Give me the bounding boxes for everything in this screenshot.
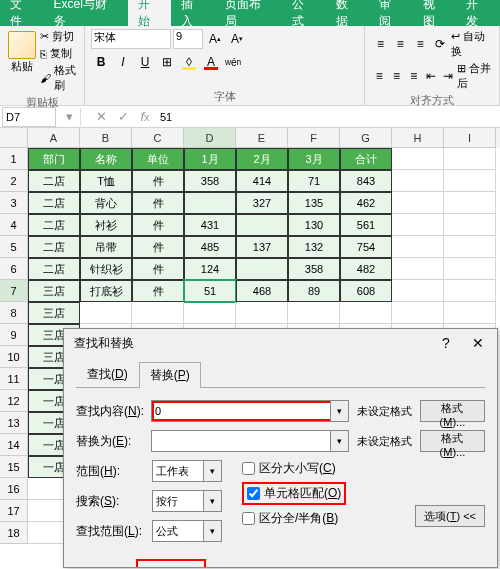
table-cell[interactable]: 485	[184, 236, 236, 258]
orientation-button[interactable]: ⟳	[431, 34, 450, 54]
table-cell[interactable]	[236, 214, 288, 236]
increase-font-button[interactable]: A▴	[205, 29, 225, 49]
cell[interactable]	[340, 302, 392, 324]
table-cell[interactable]: 135	[288, 192, 340, 214]
dialog-titlebar[interactable]: 查找和替换 ? ✕	[64, 329, 497, 357]
col-header-g[interactable]: G	[340, 128, 392, 148]
row-header[interactable]: 4	[0, 214, 28, 236]
cell[interactable]	[444, 170, 496, 192]
table-cell[interactable]: 背心	[80, 192, 132, 214]
table-cell[interactable]: 843	[340, 170, 392, 192]
table-cell[interactable]: 561	[340, 214, 392, 236]
dialog-close-button[interactable]: ✕	[463, 331, 493, 355]
col-header-e[interactable]: E	[236, 128, 288, 148]
row-header[interactable]: 9	[0, 324, 28, 346]
tab-replace[interactable]: 替换(P)	[139, 362, 201, 388]
table-cell[interactable]: 打底衫	[80, 280, 132, 302]
cell[interactable]	[288, 302, 340, 324]
align-center-button[interactable]: ≡	[388, 66, 404, 86]
table-cell[interactable]: 482	[340, 258, 392, 280]
indent-decrease-button[interactable]: ⇤	[423, 66, 439, 86]
decrease-font-button[interactable]: A▾	[227, 29, 247, 49]
table-cell[interactable]: 327	[236, 192, 288, 214]
formula-input[interactable]: 51	[156, 111, 500, 123]
replace-format-button[interactable]: 格式(M)...	[420, 430, 485, 452]
table-cell[interactable]: 51	[184, 280, 236, 302]
table-cell[interactable]: 431	[184, 214, 236, 236]
table-header-cell[interactable]: 合计	[340, 148, 392, 170]
cell[interactable]	[392, 214, 444, 236]
table-cell[interactable]: 137	[236, 236, 288, 258]
bold-button[interactable]: B	[91, 52, 111, 72]
row-header[interactable]: 11	[0, 368, 28, 390]
indent-increase-button[interactable]: ⇥	[440, 66, 456, 86]
options-button[interactable]: 选项(T) <<	[415, 505, 485, 527]
cell[interactable]	[80, 302, 132, 324]
cell[interactable]	[392, 302, 444, 324]
cell[interactable]	[392, 280, 444, 302]
row-header[interactable]: 1	[0, 148, 28, 170]
match-case-input[interactable]	[242, 462, 255, 475]
table-cell[interactable]: 三店	[28, 302, 80, 324]
table-cell[interactable]	[236, 258, 288, 280]
cell[interactable]	[392, 148, 444, 170]
table-cell[interactable]: 二店	[28, 258, 80, 280]
italic-button[interactable]: I	[113, 52, 133, 72]
col-header-a[interactable]: A	[28, 128, 80, 148]
row-header[interactable]: 3	[0, 192, 28, 214]
find-format-button[interactable]: 格式(M)...	[420, 400, 485, 422]
cut-button[interactable]: ✂剪切	[40, 29, 78, 44]
table-cell[interactable]: 二店	[28, 236, 80, 258]
table-header-cell[interactable]: 单位	[132, 148, 184, 170]
cell[interactable]	[132, 302, 184, 324]
row-header[interactable]: 15	[0, 456, 28, 478]
row-header[interactable]: 18	[0, 522, 28, 544]
table-cell[interactable]: 针织衫	[80, 258, 132, 280]
match-case-checkbox[interactable]: 区分大小写(C)	[242, 460, 346, 477]
align-middle-button[interactable]: ≡	[391, 34, 410, 54]
col-header-f[interactable]: F	[288, 128, 340, 148]
cell[interactable]	[392, 170, 444, 192]
table-header-cell[interactable]: 部门	[28, 148, 80, 170]
name-dropdown-button[interactable]: ▾	[58, 107, 80, 127]
match-cell-input[interactable]	[247, 487, 260, 500]
table-cell[interactable]: 二店	[28, 192, 80, 214]
col-header-b[interactable]: B	[80, 128, 132, 148]
col-header-i[interactable]: I	[444, 128, 496, 148]
cell[interactable]	[444, 148, 496, 170]
table-cell[interactable]: 358	[288, 258, 340, 280]
align-top-button[interactable]: ≡	[371, 34, 390, 54]
phonetic-button[interactable]: wén	[223, 52, 243, 72]
table-cell[interactable]: 二店	[28, 214, 80, 236]
paste-button[interactable]: 粘贴	[6, 29, 38, 95]
table-cell[interactable]: 608	[340, 280, 392, 302]
cell[interactable]	[444, 192, 496, 214]
table-cell[interactable]: 130	[288, 214, 340, 236]
replace-dropdown-icon[interactable]: ▾	[330, 431, 348, 451]
col-header-h[interactable]: H	[392, 128, 444, 148]
table-cell[interactable]: 三店	[28, 280, 80, 302]
col-header-c[interactable]: C	[132, 128, 184, 148]
name-box[interactable]: D7	[2, 107, 56, 127]
row-header[interactable]: 13	[0, 412, 28, 434]
table-cell[interactable]: 124	[184, 258, 236, 280]
row-header[interactable]: 16	[0, 478, 28, 500]
cell[interactable]	[444, 236, 496, 258]
row-header[interactable]: 8	[0, 302, 28, 324]
tab-find[interactable]: 查找(D)	[76, 361, 139, 387]
lookin-select[interactable]: 公式▾	[152, 520, 222, 542]
table-cell[interactable]: 件	[132, 192, 184, 214]
format-painter-button[interactable]: 🖌格式刷	[40, 63, 78, 93]
underline-button[interactable]: U	[135, 52, 155, 72]
table-cell[interactable]: 462	[340, 192, 392, 214]
table-header-cell[interactable]: 名称	[80, 148, 132, 170]
table-cell[interactable]: 衬衫	[80, 214, 132, 236]
col-header-d[interactable]: D	[184, 128, 236, 148]
merge-button[interactable]: ⊞ 合并后	[457, 61, 493, 91]
match-width-input[interactable]	[242, 512, 255, 525]
search-select[interactable]: 按行▾	[152, 490, 222, 512]
row-header[interactable]: 12	[0, 390, 28, 412]
table-header-cell[interactable]: 1月	[184, 148, 236, 170]
font-size-select[interactable]: 9	[173, 29, 203, 49]
align-bottom-button[interactable]: ≡	[411, 34, 430, 54]
